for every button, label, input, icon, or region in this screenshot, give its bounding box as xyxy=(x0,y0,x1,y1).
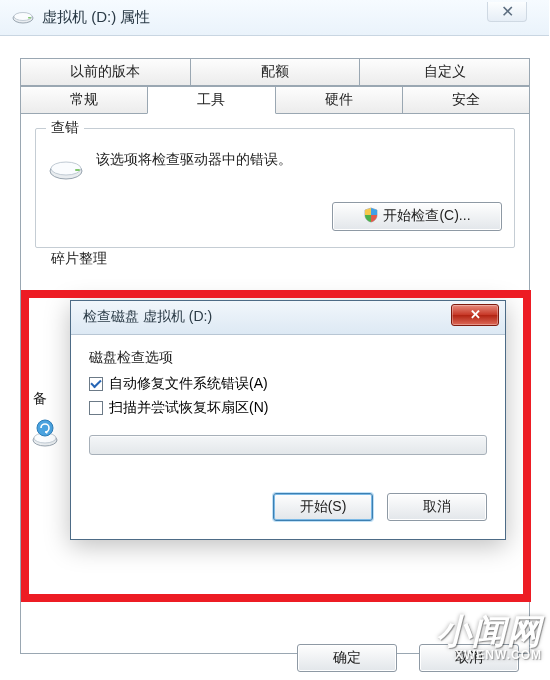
tab-customize[interactable]: 自定义 xyxy=(359,58,530,86)
tab-security[interactable]: 安全 xyxy=(402,86,530,114)
checkbox-scan-recover[interactable] xyxy=(89,401,103,415)
start-check-label: 开始检查(C)... xyxy=(383,207,470,223)
tab-hardware[interactable]: 硬件 xyxy=(275,86,403,114)
defrag-legend: 碎片整理 xyxy=(47,250,111,268)
cancel-button[interactable]: 取消 xyxy=(419,644,519,672)
child-titlebar: 检查磁盘 虚拟机 (D:) ✕ xyxy=(71,301,505,335)
option-auto-fix-label: 自动修复文件系统错误(A) xyxy=(109,375,268,393)
backup-legend: 备 xyxy=(33,390,47,408)
ok-button[interactable]: 确定 xyxy=(297,644,397,672)
progress-bar xyxy=(89,435,487,455)
tab-previous-versions[interactable]: 以前的版本 xyxy=(20,58,191,86)
tab-tools[interactable]: 工具 xyxy=(147,86,275,114)
checkbox-auto-fix[interactable] xyxy=(89,377,103,391)
svg-point-8 xyxy=(37,420,53,436)
error-check-legend: 查错 xyxy=(46,119,84,137)
tabs-row-2: 常规 工具 硬件 安全 xyxy=(20,86,530,114)
tab-quota[interactable]: 配额 xyxy=(190,58,361,86)
svg-rect-5 xyxy=(75,169,80,171)
drive-icon xyxy=(12,10,34,29)
svg-point-1 xyxy=(14,13,32,21)
cancel-button[interactable]: 取消 xyxy=(387,493,487,521)
check-disk-dialog: 检查磁盘 虚拟机 (D:) ✕ 磁盘检查选项 自动修复文件系统错误(A) 扫描并… xyxy=(70,300,506,540)
close-icon[interactable]: ✕ xyxy=(487,2,527,22)
start-button[interactable]: 开始(S) xyxy=(273,493,373,521)
parent-titlebar: 虚拟机 (D:) 属性 ✕ xyxy=(0,0,549,36)
error-check-desc: 该选项将检查驱动器中的错误。 xyxy=(96,151,292,169)
parent-button-row: 确定 取消 xyxy=(0,644,549,672)
window-title: 虚拟机 (D:) 属性 xyxy=(42,8,150,27)
error-check-group: 查错 该选项将检查驱动器中的错误。 xyxy=(35,128,515,248)
disk-check-options-label: 磁盘检查选项 xyxy=(89,349,487,367)
backup-drive-icon xyxy=(31,418,59,451)
child-title: 检查磁盘 虚拟机 (D:) xyxy=(83,308,212,326)
option-auto-fix-row[interactable]: 自动修复文件系统错误(A) xyxy=(89,375,487,393)
drive-icon xyxy=(48,157,84,186)
option-scan-recover-label: 扫描并尝试恢复坏扇区(N) xyxy=(109,399,268,417)
tabs-row-1: 以前的版本 配额 自定义 xyxy=(20,58,530,86)
svg-point-4 xyxy=(51,162,81,175)
option-scan-recover-row[interactable]: 扫描并尝试恢复坏扇区(N) xyxy=(89,399,487,417)
tab-general[interactable]: 常规 xyxy=(20,86,148,114)
close-icon[interactable]: ✕ xyxy=(451,304,499,326)
svg-rect-2 xyxy=(28,17,31,18)
shield-icon xyxy=(363,207,379,226)
start-check-button[interactable]: 开始检查(C)... xyxy=(332,202,502,231)
